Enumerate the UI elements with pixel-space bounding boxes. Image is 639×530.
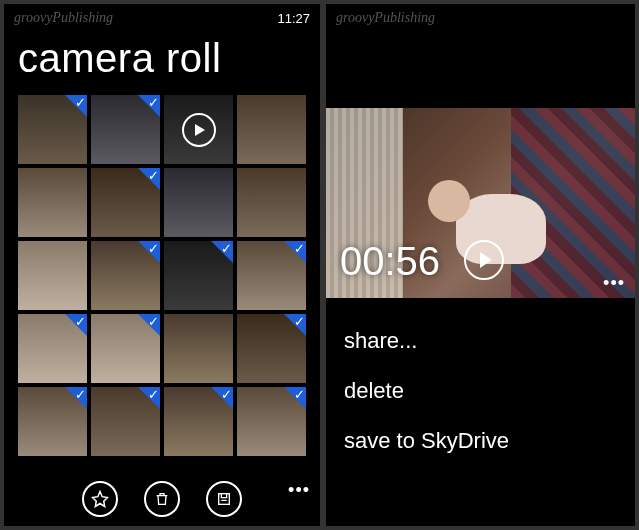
photo-thumb[interactable]: ✓ — [91, 387, 160, 456]
status-bar: groovyPublishing 11:27 — [4, 4, 320, 28]
photo-thumb[interactable] — [18, 168, 87, 237]
thumb-image — [18, 168, 87, 237]
photo-grid: ✓✓✓✓✓✓✓✓✓✓✓✓✓ — [4, 95, 320, 456]
photo-thumb[interactable] — [164, 168, 233, 237]
photo-thumb[interactable]: ✓ — [237, 241, 306, 310]
delete-button[interactable] — [144, 481, 180, 517]
video-more-button[interactable]: ••• — [603, 273, 625, 294]
photo-thumb[interactable]: ✓ — [91, 241, 160, 310]
favorite-button[interactable] — [82, 481, 118, 517]
thumb-image — [18, 241, 87, 310]
menu-item-share[interactable]: share... — [344, 328, 617, 354]
app-bar: ••• — [4, 472, 320, 526]
photo-thumb[interactable]: ✓ — [18, 387, 87, 456]
watermark-left: groovyPublishing — [14, 10, 113, 26]
play-button[interactable] — [464, 240, 504, 280]
save-icon — [216, 491, 232, 507]
thumb-image — [237, 95, 306, 164]
clock: 11:27 — [277, 11, 310, 26]
phone-camera-roll: groovyPublishing 11:27 camera roll ✓✓✓✓✓… — [4, 4, 320, 526]
photo-thumb[interactable]: ✓ — [91, 95, 160, 164]
play-icon — [182, 113, 216, 147]
photo-thumb[interactable] — [164, 95, 233, 164]
page-title: camera roll — [4, 28, 320, 95]
photo-thumb[interactable]: ✓ — [18, 314, 87, 383]
video-preview[interactable]: 00:56 ••• — [326, 108, 635, 298]
photo-thumb[interactable]: ✓ — [164, 387, 233, 456]
photo-thumb[interactable]: ✓ — [237, 387, 306, 456]
star-icon — [91, 490, 109, 508]
photo-thumb[interactable] — [237, 168, 306, 237]
video-duration: 00:56 — [340, 239, 440, 284]
photo-thumb[interactable]: ✓ — [91, 314, 160, 383]
status-bar-right: groovyPublishing — [326, 4, 635, 28]
photo-thumb[interactable] — [237, 95, 306, 164]
photo-thumb[interactable]: ✓ — [91, 168, 160, 237]
trash-icon — [154, 491, 170, 507]
thumb-image — [237, 168, 306, 237]
thumb-image — [164, 168, 233, 237]
svg-rect-0 — [219, 494, 230, 505]
more-button[interactable]: ••• — [288, 480, 310, 501]
photo-thumb[interactable] — [164, 314, 233, 383]
photo-thumb[interactable] — [18, 241, 87, 310]
thumb-image — [164, 314, 233, 383]
menu-item-delete[interactable]: delete — [344, 378, 617, 404]
photo-thumb[interactable]: ✓ — [237, 314, 306, 383]
watermark-right: groovyPublishing — [336, 10, 435, 26]
photo-thumb[interactable]: ✓ — [18, 95, 87, 164]
phone-video-detail: groovyPublishing 00:56 ••• share... dele… — [326, 4, 635, 526]
menu-item-save-skydrive[interactable]: save to SkyDrive — [344, 428, 617, 454]
save-button[interactable] — [206, 481, 242, 517]
photo-thumb[interactable]: ✓ — [164, 241, 233, 310]
context-menu: share... delete save to SkyDrive — [326, 298, 635, 454]
